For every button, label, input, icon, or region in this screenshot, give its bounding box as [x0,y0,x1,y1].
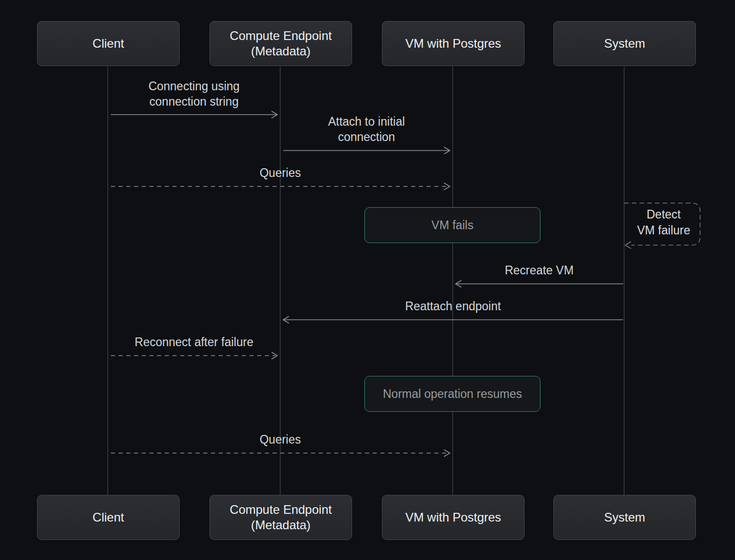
actor-bottom-vm-postgres: VM with Postgres [382,495,525,540]
arrow-reconnect-after-failure [111,352,278,359]
actor-bottom-system: System [553,495,696,540]
note-normal-operation-resumes: Normal operation resumes [364,376,540,412]
message-label-recreate-vm: Recreate VM [455,263,623,278]
sequence-diagram: Client Compute Endpoint (Metadata) VM wi… [0,0,735,560]
arrow-recreate-vm [456,281,624,287]
self-message-label-detect-vm-failure: Detect VM failure [630,207,697,238]
message-label-attach: Attach to initial connection [283,114,450,145]
actor-top-client: Client [37,21,180,66]
message-label-queries-2: Queries [110,432,450,447]
message-label-reattach-endpoint: Reattach endpoint [283,298,623,314]
message-label-connecting: Connecting using connection string [110,78,278,109]
arrow-attach-to-initial-connection [283,147,450,154]
actor-top-system: System [553,21,696,66]
actor-top-vm-postgres: VM with Postgres [382,21,525,66]
note-vm-fails: VM fails [364,207,540,243]
actor-bottom-compute-endpoint: Compute Endpoint (Metadata) [209,495,352,540]
arrow-connecting-using-connection-string [111,111,278,118]
actor-bottom-client: Client [37,495,180,540]
message-label-queries-1: Queries [110,165,450,181]
actor-top-compute-endpoint: Compute Endpoint (Metadata) [209,21,352,66]
message-label-reconnect: Reconnect after failure [110,334,278,350]
arrowhead-left-icon [625,242,631,249]
